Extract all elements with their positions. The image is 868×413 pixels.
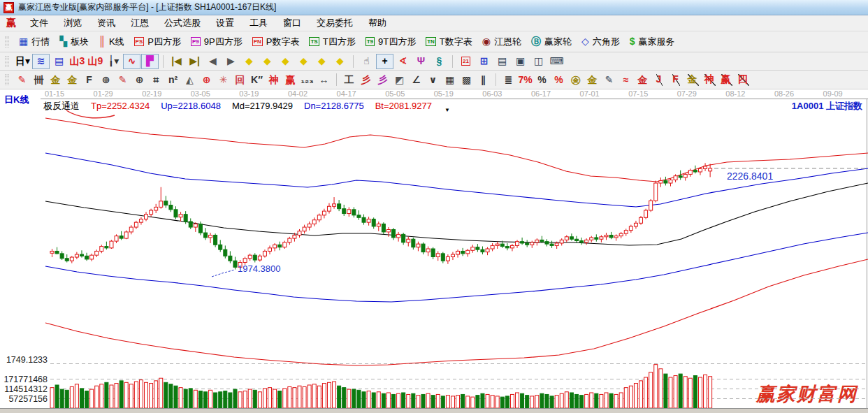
- tool-shen-grid-button[interactable]: 神: [266, 73, 282, 87]
- tool-period-day-dropdown-button[interactable]: 日▾: [14, 54, 31, 69]
- tool-first-page-button[interactable]: |◀: [168, 54, 185, 69]
- tool-diamond-fit-all-button[interactable]: ◆: [331, 54, 349, 69]
- toolbar-t-number-table-button[interactable]: TN T数字表: [421, 34, 477, 50]
- toolbar-market-quotes-button[interactable]: ▦ 行情: [15, 34, 54, 50]
- menu-item-news[interactable]: 资讯: [89, 15, 123, 31]
- tool-candle-style-dropdown-button[interactable]: ╽▾: [105, 54, 122, 69]
- tool-percent-7-button[interactable]: 7%: [517, 73, 533, 87]
- tool-f-grid-button[interactable]: F: [81, 73, 97, 87]
- tool-crosshair-tool-button[interactable]: +: [376, 54, 393, 69]
- tool-spiral-button[interactable]: ⊚: [98, 73, 114, 87]
- tool-last-page-button[interactable]: ▶|: [186, 54, 203, 69]
- tool-diamond-scroll-left-button[interactable]: ◆: [240, 54, 258, 69]
- tool-k-mark-button[interactable]: K″: [249, 73, 265, 87]
- tool-grid-123-button[interactable]: ₁₂₃: [299, 73, 315, 87]
- tool-angle-gold-button[interactable]: 金: [685, 73, 701, 87]
- menu-item-settings[interactable]: 设置: [208, 15, 242, 31]
- tool-mini-chart-9-button[interactable]: 山9: [87, 54, 104, 69]
- tool-percent-retrace-button[interactable]: %: [551, 73, 567, 87]
- tool-grid-coarse-button[interactable]: ▩: [458, 73, 475, 87]
- tool-grid-fine-button[interactable]: ▦: [442, 73, 458, 87]
- tool-parallel-lines-button[interactable]: ∥: [475, 73, 491, 87]
- tool-hand-tool-button[interactable]: ☝: [358, 54, 375, 69]
- tool-diamond-zoom-out-button[interactable]: ◆: [295, 54, 312, 69]
- tool-angle-ying-button[interactable]: 赢: [718, 73, 735, 87]
- tool-zigzag-overlay-button[interactable]: ∿: [123, 54, 140, 69]
- menu-item-help[interactable]: 帮助: [361, 15, 394, 31]
- tool-diamond-scroll-right-button[interactable]: ◆: [259, 54, 276, 69]
- tool-gold-underline-button[interactable]: 金: [635, 73, 651, 87]
- tool-box-spiral-button[interactable]: 回: [232, 73, 248, 87]
- tool-shaded-box-button[interactable]: ◩: [391, 73, 407, 87]
- tool-notes-button[interactable]: ▤: [493, 54, 511, 69]
- tool-gold-grid-a-button[interactable]: 金: [48, 73, 64, 87]
- tool-next-bar-button[interactable]: ▶: [222, 54, 240, 69]
- tool-v-shape-button[interactable]: ∨: [425, 73, 441, 87]
- tool-pen-note-button[interactable]: ✎: [601, 73, 617, 87]
- toolbar-sectors-button[interactable]: ▚ 板块: [55, 34, 93, 50]
- tool-angle-f-button[interactable]: F: [668, 73, 684, 87]
- chart-canvas[interactable]: 01-1501-2902-1903-0503-1904-0204-1705-05…: [0, 89, 868, 413]
- tool-wave-chart-button[interactable]: ≋: [32, 54, 50, 69]
- menu-item-trade-order[interactable]: 交易委托: [309, 15, 361, 31]
- tool-ying-grid-button[interactable]: 赢: [282, 73, 298, 87]
- tool-brush-button[interactable]: ✎: [14, 73, 30, 87]
- toolbar-grip[interactable]: [6, 56, 8, 67]
- toolbar-t-square-button[interactable]: TS T四方形: [305, 34, 359, 50]
- toolbar-gann-wheel-button[interactable]: ◉ 江恩轮: [478, 34, 526, 50]
- tool-target-cross-button[interactable]: ⊕: [198, 73, 215, 87]
- tool-circle-grid-button[interactable]: ⊕: [131, 73, 147, 87]
- tool-trend-angle-button[interactable]: ∠: [408, 73, 424, 87]
- tool-diamond-center-button[interactable]: ◆: [313, 54, 331, 69]
- tool-mini-chart-3-button[interactable]: 山3: [68, 54, 86, 69]
- tool-angle-mirror-button[interactable]: ◭: [182, 73, 198, 87]
- menu-item-gann[interactable]: 江恩: [123, 15, 157, 31]
- tool-save-screen-button[interactable]: ▣: [512, 54, 529, 69]
- toolbar-hexagon-button[interactable]: ◇ 六角形: [577, 34, 624, 50]
- tool-purple-marker-tool-button[interactable]: Ψ: [412, 54, 430, 69]
- tool-n-square-button[interactable]: n²: [165, 73, 181, 87]
- tool-workstation-button[interactable]: ⌨: [548, 54, 565, 69]
- toolbar-grip[interactable]: [6, 36, 8, 48]
- tool-gold-circle-button[interactable]: ㊎: [567, 73, 584, 87]
- menu-item-tools[interactable]: 工具: [242, 15, 275, 31]
- tool-horizontal-span-button[interactable]: ↔: [316, 73, 332, 87]
- tool-angle-shen-button[interactable]: 神: [702, 73, 718, 87]
- tool-wave-band-button[interactable]: ≈: [618, 73, 634, 87]
- tool-star-grid-button[interactable]: ✳: [215, 73, 231, 87]
- tool-angle-j-button[interactable]: J: [651, 73, 667, 87]
- toolbar-9t-square-button[interactable]: T9 9T四方形: [361, 34, 421, 50]
- tool-percent-button[interactable]: %: [534, 73, 550, 87]
- tool-net-view-button[interactable]: ◫: [530, 54, 547, 69]
- tool-angle-si-button[interactable]: 四: [735, 73, 751, 87]
- tool-volume-profile-button[interactable]: ▛: [141, 54, 159, 69]
- toolbar-winner-service-button[interactable]: $ 赢家服务: [625, 34, 679, 50]
- toolbar-kline-button[interactable]: ║ K线: [94, 34, 129, 50]
- tool-gann-fan-box-button[interactable]: 彡: [375, 73, 391, 87]
- tool-knot-tool-button[interactable]: §: [431, 54, 448, 69]
- tool-calculator-button[interactable]: ⊞: [475, 54, 493, 69]
- tool-price-scale-button[interactable]: ≣: [500, 73, 516, 87]
- toolbar-9p-square-button[interactable]: P9 9P四方形: [187, 34, 247, 50]
- tool-gold-grid-b-button[interactable]: 金: [64, 73, 80, 87]
- toolbar-grip[interactable]: [6, 74, 8, 85]
- tool-tick-ruler-button[interactable]: ⌗: [148, 73, 164, 87]
- tool-info-panel-button[interactable]: ▤: [50, 54, 68, 69]
- volume-profile-icon: ▛: [146, 56, 154, 66]
- tool-prev-bar-button[interactable]: ◀: [204, 54, 222, 69]
- menu-item-formula-select[interactable]: 公式选股: [157, 15, 208, 31]
- tool-gann-fan-button[interactable]: 彡: [358, 73, 374, 87]
- tool-gold-section-button[interactable]: 金: [584, 73, 600, 87]
- menu-item-window[interactable]: 窗口: [275, 15, 309, 31]
- menu-item-file[interactable]: 文件: [22, 15, 56, 31]
- tool-diamond-zoom-in-button[interactable]: ◆: [277, 54, 294, 69]
- toolbar-winner-wheel-button[interactable]: Ⓑ 赢家轮: [527, 34, 576, 50]
- tool-angle-measure-tool-button[interactable]: ∢: [394, 54, 412, 69]
- menu-item-browse[interactable]: 浏览: [56, 15, 89, 31]
- tool-calendar-21-button[interactable]: 21: [457, 54, 475, 69]
- tool-box-measure-button[interactable]: 工: [341, 73, 357, 87]
- toolbar-p-number-table-button[interactable]: PN P数字表: [248, 34, 304, 50]
- tool-brush-grid-button[interactable]: ✎: [115, 73, 131, 87]
- toolbar-p-square-button[interactable]: PS P四方形: [130, 34, 185, 50]
- tool-grid-ruler-button[interactable]: 卌: [31, 73, 47, 87]
